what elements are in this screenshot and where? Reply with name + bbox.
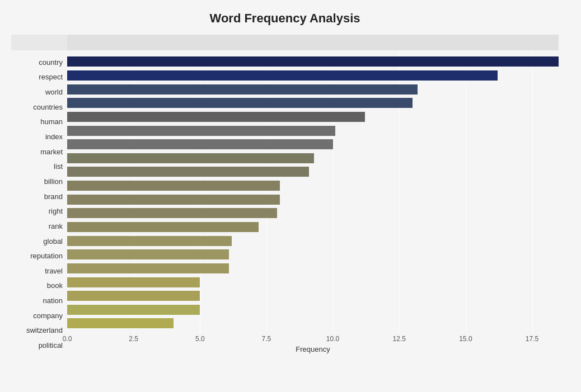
x-tick: 7.5: [262, 335, 271, 343]
bar-row: [67, 248, 559, 261]
x-tick: 15.0: [459, 335, 472, 343]
bar-row: [67, 83, 559, 96]
y-label: global: [11, 234, 67, 248]
bar: [67, 291, 200, 301]
bar-row: [67, 125, 559, 137]
bar-row: [67, 317, 559, 329]
x-tick: 2.5: [129, 335, 138, 343]
bar-row: [67, 138, 559, 150]
x-tick: 17.5: [526, 335, 538, 343]
grid-and-bars: [67, 53, 559, 333]
x-tick: 12.5: [393, 335, 406, 343]
bar-row: [67, 69, 559, 82]
bar: [67, 277, 200, 287]
bar-row: [67, 235, 559, 247]
bar: [67, 318, 174, 328]
x-tick: 5.0: [195, 335, 205, 343]
bar-row: [67, 262, 559, 275]
x-axis-label: Frequency: [67, 345, 559, 353]
bar-row: [67, 276, 559, 289]
bar-row: [67, 111, 559, 123]
y-label: index: [11, 130, 67, 144]
bar: [67, 56, 559, 67]
y-label: switzerland: [11, 324, 67, 337]
bar: [67, 98, 413, 108]
bar-row: [67, 290, 559, 302]
y-label: respect: [11, 70, 67, 84]
bar: [67, 236, 232, 246]
bar: [67, 112, 365, 122]
y-label: right: [11, 205, 67, 218]
y-label: billion: [11, 174, 67, 188]
bar: [67, 208, 277, 218]
chart-title: Word Frequency Analysis: [11, 11, 559, 26]
y-label: rank: [11, 219, 67, 233]
bar-row: [67, 207, 559, 219]
y-label: travel: [11, 264, 67, 277]
y-label: human: [11, 115, 67, 129]
y-label: country: [11, 55, 67, 69]
chart-container: Word Frequency Analysis countryrespectwo…: [0, 0, 581, 392]
x-tick: 10.0: [326, 335, 339, 343]
chart-area: countryrespectworldcountrieshumanindexma…: [11, 53, 559, 355]
bar: [67, 126, 335, 136]
x-tick: 0.0: [63, 335, 72, 343]
x-axis: 0.02.55.07.510.012.515.017.5 Frequency: [67, 333, 559, 355]
bar: [67, 153, 314, 163]
y-label: book: [11, 279, 67, 292]
y-label: world: [11, 86, 67, 99]
bar-row: [67, 166, 559, 178]
bar-row: [67, 304, 559, 316]
y-label: reputation: [11, 249, 67, 263]
y-label: countries: [11, 100, 67, 114]
bar: [67, 167, 309, 177]
bar-row: [67, 152, 559, 164]
bar-row: [67, 221, 559, 233]
bar: [67, 263, 229, 273]
y-label: brand: [11, 190, 67, 203]
bar-row: [67, 55, 559, 68]
bar: [67, 305, 200, 315]
bar: [67, 249, 229, 259]
bar: [67, 181, 280, 191]
bars-container: [67, 53, 559, 333]
bar-row: [67, 180, 559, 192]
bar: [67, 195, 280, 205]
bar-row: [67, 193, 559, 206]
bar: [67, 70, 498, 81]
y-axis: countryrespectworldcountrieshumanindexma…: [11, 53, 67, 355]
x-ticks: 0.02.55.07.510.012.515.017.5: [67, 333, 559, 344]
bar: [67, 139, 333, 149]
y-label: list: [11, 160, 67, 173]
y-label: market: [11, 145, 67, 158]
y-label: nation: [11, 294, 67, 308]
bar-row: [67, 97, 559, 109]
bar: [67, 222, 259, 232]
plot-area: 0.02.55.07.510.012.515.017.5 Frequency: [67, 53, 559, 355]
bar: [67, 84, 418, 95]
y-label: political: [11, 338, 67, 352]
y-label: company: [11, 309, 67, 322]
